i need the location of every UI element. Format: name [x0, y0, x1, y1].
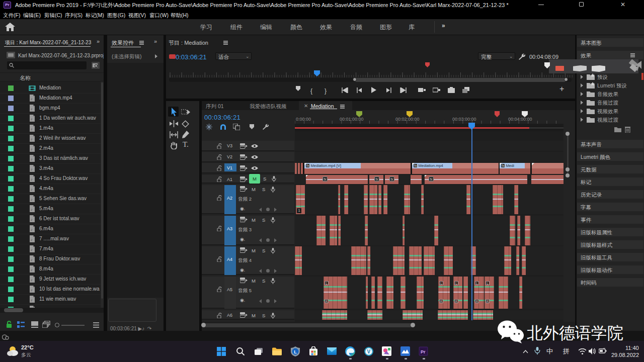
- svg-text:♪: ♪: [31, 198, 33, 201]
- svg-text:♪: ♪: [31, 117, 33, 121]
- svg-text:♪: ♪: [31, 97, 33, 101]
- svg-text:♪: ♪: [31, 228, 33, 231]
- svg-text:♪: ♪: [31, 188, 33, 191]
- svg-text:♪: ♪: [31, 298, 33, 302]
- svg-text:♪: ♪: [31, 137, 33, 141]
- svg-text:♪: ♪: [31, 268, 33, 272]
- svg-text:♪: ♪: [31, 107, 33, 111]
- svg-text:♪: ♪: [31, 278, 33, 282]
- svg-text:♪: ♪: [31, 218, 33, 221]
- svg-text:♪: ♪: [31, 248, 33, 251]
- svg-text:♪: ♪: [31, 238, 33, 241]
- svg-text:♪: ♪: [31, 167, 33, 171]
- svg-text:♪: ♪: [31, 177, 33, 181]
- svg-text:♪: ♪: [31, 208, 33, 211]
- svg-text:♪: ♪: [31, 288, 33, 292]
- svg-text:♪: ♪: [31, 147, 33, 151]
- svg-text:Pr: Pr: [421, 349, 426, 354]
- svg-text:♪: ♪: [31, 157, 33, 161]
- svg-text:V: V: [367, 349, 370, 354]
- svg-text:♪: ♪: [31, 127, 33, 131]
- svg-text:L: L: [294, 349, 297, 354]
- svg-text:♪: ♪: [31, 258, 33, 261]
